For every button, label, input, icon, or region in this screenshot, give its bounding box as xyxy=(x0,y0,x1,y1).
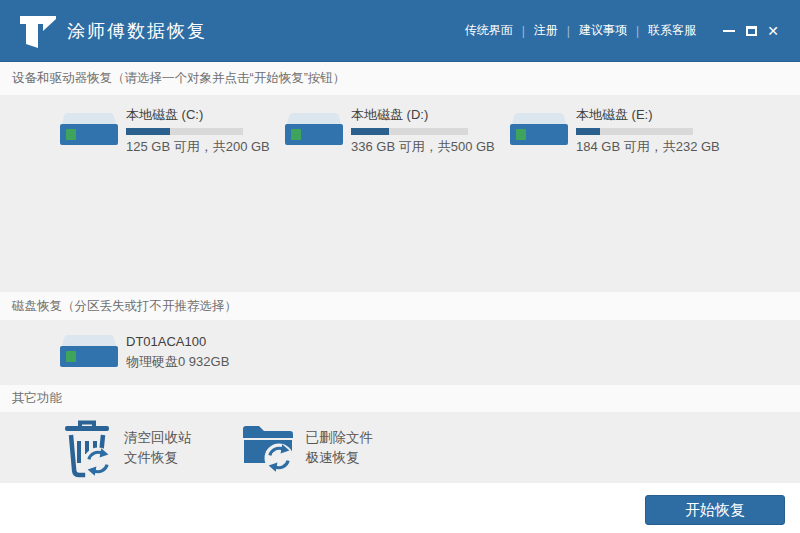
section-label-disk: 磁盘恢复（分区丢失或打不开推荐选择） xyxy=(0,292,800,320)
drive-item-e[interactable]: 本地磁盘 (E:) 184 GB 可用，共232 GB xyxy=(510,103,735,156)
nav-link-contact-support[interactable]: 联系客服 xyxy=(646,22,698,39)
devices-panel: 本地磁盘 (C:) 125 GB 可用，共200 GB 本地磁盘 (D:) 33… xyxy=(0,95,800,292)
section-label-devices-text: 设备和驱动器恢复（请选择一个对象并点击“开始恢复”按钮） xyxy=(12,70,345,87)
usage-bar-fill xyxy=(576,128,600,135)
drive-name: 本地磁盘 (E:) xyxy=(576,106,720,124)
deleted-files-recover-icon xyxy=(240,421,296,475)
app-window: 涂师傅数据恢复 传统界面 | 注册 | 建议事项 | 联系客服 ✕ 设备和驱动器… xyxy=(0,0,800,533)
usage-bar-fill xyxy=(351,128,389,135)
feature-label: 清空回收站 文件恢复 xyxy=(124,428,192,468)
close-button[interactable]: ✕ xyxy=(762,20,784,42)
drive-icon xyxy=(285,112,343,146)
nav-separator: | xyxy=(567,24,570,38)
nav-link-suggestions[interactable]: 建议事项 xyxy=(577,22,629,39)
feature-deleted-files-recovery[interactable]: 已删除文件 极速恢复 xyxy=(240,421,374,475)
disk-panel: DT01ACA100 物理硬盘0 932GB xyxy=(0,320,800,385)
app-logo-icon xyxy=(18,14,58,50)
drive-name: 本地磁盘 (D:) xyxy=(351,106,495,124)
window-controls: ✕ xyxy=(718,20,784,42)
other-panel: 清空回收站 文件恢复 已删除文件 极速恢复 xyxy=(0,412,800,483)
feature-label-line2: 文件恢复 xyxy=(124,448,192,468)
usage-bar xyxy=(126,128,243,135)
feature-label-line1: 清空回收站 xyxy=(124,428,192,448)
nav-link-classic-ui[interactable]: 传统界面 xyxy=(463,22,515,39)
drive-item-c[interactable]: 本地磁盘 (C:) 125 GB 可用，共200 GB xyxy=(60,103,285,156)
recycle-bin-recover-icon xyxy=(62,418,114,478)
usage-bar-fill xyxy=(126,128,170,135)
app-title: 涂师傅数据恢复 xyxy=(67,19,207,43)
nav-link-register[interactable]: 注册 xyxy=(532,22,560,39)
maximize-icon xyxy=(746,26,757,36)
drive-icon xyxy=(60,334,118,368)
physical-disk-name: DT01ACA100 xyxy=(126,334,229,349)
section-label-disk-text: 磁盘恢复（分区丢失或打不开推荐选择） xyxy=(12,298,237,315)
section-label-other-text: 其它功能 xyxy=(12,390,62,407)
drive-item-d[interactable]: 本地磁盘 (D:) 336 GB 可用，共500 GB xyxy=(285,103,510,156)
drive-name: 本地磁盘 (C:) xyxy=(126,106,270,124)
drive-size: 336 GB 可用，共500 GB xyxy=(351,138,495,156)
section-label-devices: 设备和驱动器恢复（请选择一个对象并点击“开始恢复”按钮） xyxy=(0,62,800,95)
drive-info: 本地磁盘 (C:) 125 GB 可用，共200 GB xyxy=(126,106,270,156)
maximize-button[interactable] xyxy=(740,20,762,42)
drive-size: 125 GB 可用，共200 GB xyxy=(126,138,270,156)
minimize-button[interactable] xyxy=(718,20,740,42)
physical-disk-item[interactable]: DT01ACA100 物理硬盘0 932GB xyxy=(60,334,229,371)
drive-size: 184 GB 可用，共232 GB xyxy=(576,138,720,156)
drive-icon xyxy=(510,112,568,146)
drive-icon xyxy=(60,112,118,146)
feature-label-line1: 已删除文件 xyxy=(306,428,374,448)
physical-disk-info: DT01ACA100 物理硬盘0 932GB xyxy=(126,334,229,371)
feature-recycle-bin-recovery[interactable]: 清空回收站 文件恢复 xyxy=(62,418,192,478)
nav-separator: | xyxy=(636,24,639,38)
titlebar-nav: 传统界面 | 注册 | 建议事项 | 联系客服 ✕ xyxy=(463,20,784,42)
minimize-icon xyxy=(723,30,735,32)
title-bar: 涂师傅数据恢复 传统界面 | 注册 | 建议事项 | 联系客服 ✕ xyxy=(0,0,800,62)
nav-separator: | xyxy=(522,24,525,38)
drive-info: 本地磁盘 (E:) 184 GB 可用，共232 GB xyxy=(576,106,720,156)
start-recovery-button[interactable]: 开始恢复 xyxy=(645,495,785,525)
physical-disk-size: 物理硬盘0 932GB xyxy=(126,353,229,371)
feature-label: 已删除文件 极速恢复 xyxy=(306,428,374,468)
usage-bar xyxy=(351,128,468,135)
drive-info: 本地磁盘 (D:) 336 GB 可用，共500 GB xyxy=(351,106,495,156)
close-icon: ✕ xyxy=(767,24,779,38)
footer: 开始恢复 xyxy=(0,483,800,533)
feature-label-line2: 极速恢复 xyxy=(306,448,374,468)
section-label-other: 其它功能 xyxy=(0,385,800,412)
usage-bar xyxy=(576,128,693,135)
